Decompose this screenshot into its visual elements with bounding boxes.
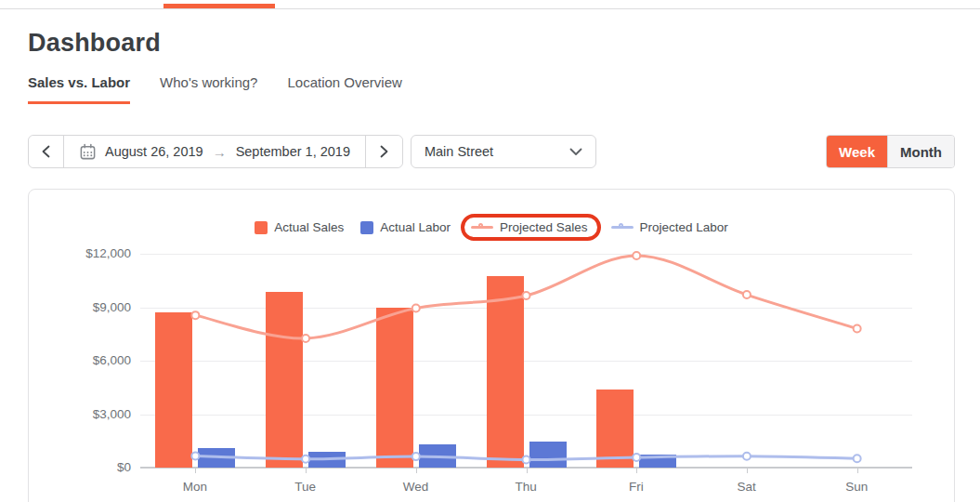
date-range-picker: August 26, 2019 → September 1, 2019 [28,135,403,168]
legend-item-projected-sales[interactable]: Projected Sales [461,214,601,241]
week-month-toggle: WeekMonth [826,135,955,168]
x-axis-tick [306,469,307,473]
date-range-end: September 1, 2019 [236,144,350,159]
projected-labor-point-sun[interactable] [854,455,861,462]
projected-labor-point-wed[interactable] [412,453,420,460]
legend-item-projected-labor[interactable]: Projected Labor [611,220,728,234]
projected-sales-line-icon [471,226,493,229]
legend-label: Actual Sales [274,220,344,234]
date-range-display[interactable]: August 26, 2019 → September 1, 2019 [64,136,365,167]
projected-labor-point-tue[interactable] [302,456,309,463]
x-axis-label-fri: Fri [581,480,691,494]
legend-label: Projected Sales [500,220,588,234]
x-axis-label-wed: Wed [360,480,470,494]
chevron-left-icon [42,145,50,158]
chart-lines-layer [140,254,912,468]
legend-item-actual-sales[interactable]: Actual Sales [255,220,344,234]
projected-sales-point-mon[interactable] [191,311,199,319]
location-select-value: Main Street [425,144,493,159]
toggle-week-button[interactable]: Week [827,136,887,167]
x-axis-label-tue: Tue [251,480,360,494]
date-range-start: August 26, 2019 [105,144,203,159]
x-axis-tick [857,469,858,473]
x-axis-tick [416,469,417,473]
projected-sales-point-wed[interactable] [412,304,420,311]
projected-labor-point-sat[interactable] [743,453,751,460]
legend-item-actual-labor[interactable]: Actual Labor [360,220,451,234]
x-axis-label-mon: Mon [140,480,250,494]
x-axis-tick [527,469,528,473]
location-select[interactable]: Main Street [411,135,596,168]
y-axis-label: $6,000 [47,353,131,367]
y-axis-label: $9,000 [47,300,131,314]
sales-vs-labor-chart: $0$3,000$6,000$9,000$12,000 MonTueWedThu… [140,254,912,468]
projected-labor-point-fri[interactable] [633,454,640,461]
projected-sales-dot-icon [478,223,483,228]
x-axis-tick [636,469,637,473]
tab-location-overview[interactable]: Location Overview [287,74,401,104]
chart-card: Actual SalesActual LaborProjected SalesP… [28,189,955,502]
projected-sales-point-sat[interactable] [743,291,751,298]
actual-sales-swatch-icon [255,221,268,234]
projected-labor-point-mon[interactable] [191,453,199,460]
previous-week-button[interactable] [29,136,64,167]
chevron-down-icon [569,148,582,156]
arrow-right-icon: → [212,144,228,160]
page-title: Dashboard [28,29,161,58]
tab-bar: Sales vs. LaborWho's working?Location Ov… [28,74,402,104]
projected-sales-point-tue[interactable] [302,335,309,342]
y-axis-label: $12,000 [47,246,131,260]
tab-sales-vs-labor[interactable]: Sales vs. Labor [28,74,130,104]
projected-sales-point-sun[interactable] [854,325,861,333]
actual-labor-swatch-icon [360,221,373,234]
x-axis-tick [747,469,748,473]
controls-row: August 26, 2019 → September 1, 2019 Main… [28,135,955,168]
x-axis-label-sat: Sat [692,480,802,494]
y-axis-label: $0 [47,460,131,474]
projected-labor-point-thu[interactable] [523,456,530,464]
x-axis-label-sun: Sun [802,480,911,494]
projected-sales-point-thu[interactable] [523,292,530,299]
y-axis-label: $3,000 [47,407,131,421]
chart-legend: Actual SalesActual LaborProjected SalesP… [29,220,954,234]
projected-labor-dot-icon [619,223,623,228]
legend-label: Projected Labor [640,220,728,234]
topnav-divider [0,8,980,9]
chevron-right-icon [380,145,388,158]
topnav-active-indicator [163,4,275,8]
toggle-month-button[interactable]: Month [887,136,954,167]
x-axis-label-thu: Thu [471,480,581,494]
tab-who-s-working-[interactable]: Who's working? [160,74,257,104]
x-axis-tick [195,469,196,473]
next-week-button[interactable] [365,136,402,167]
legend-label: Actual Labor [380,220,451,234]
calendar-icon [79,143,97,161]
projected-labor-line-icon [611,226,634,229]
projected-sales-point-fri[interactable] [633,252,640,259]
